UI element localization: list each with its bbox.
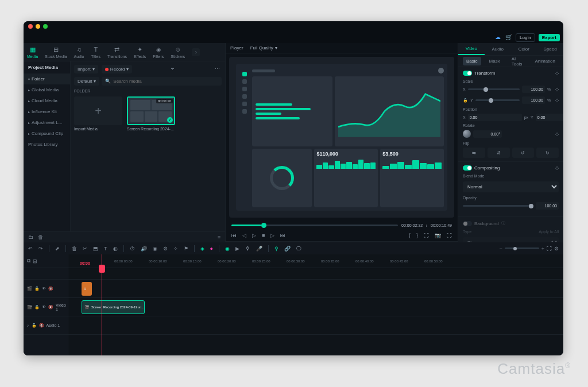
sidebar-global[interactable]: ▸Global Media <box>24 84 70 95</box>
quality-dropdown[interactable]: Full Quality▾ <box>247 44 281 52</box>
rtab-speed[interactable]: Speed <box>537 44 563 55</box>
prev-icon[interactable]: ⏮ <box>231 233 237 238</box>
transform-toggle[interactable] <box>463 71 472 76</box>
opacity-slider[interactable] <box>463 205 533 207</box>
playhead[interactable] <box>102 254 102 355</box>
scrub-knob[interactable] <box>261 223 266 228</box>
background-toggle[interactable] <box>463 221 472 226</box>
recording-thumb[interactable]: 00:00:10 ✓ Screen Recording 2024-09-... <box>127 96 175 131</box>
flip-h-icon[interactable]: ⇋ <box>463 148 485 158</box>
pos-y-input[interactable] <box>536 114 563 121</box>
play-icon[interactable]: ▷ <box>252 233 256 238</box>
sidebar-influence[interactable]: ▸Influence Kit <box>24 106 70 117</box>
lock-icon[interactable]: 🔓 <box>34 287 40 291</box>
mic-icon[interactable]: 🎤 <box>256 246 262 251</box>
sidebar-compound[interactable]: ▸Compound Clip <box>24 128 70 139</box>
time-ruler[interactable]: 00:00 00:00:05:00 00:00:10:00 00:00:15:0… <box>68 254 563 268</box>
scrub-track[interactable] <box>231 225 398 226</box>
link-icon[interactable]: 🔗 <box>284 246 291 251</box>
keyframe-tl-icon[interactable]: ◈ <box>200 246 204 251</box>
crop-tl-icon[interactable]: ⬒ <box>93 246 98 251</box>
scale-x-slider[interactable] <box>468 88 520 90</box>
undo-icon[interactable]: ↶ <box>28 246 33 251</box>
folder-icon[interactable]: 🗀 <box>28 234 33 240</box>
scale-y-slider[interactable] <box>475 99 520 101</box>
zoom-in-icon[interactable]: + <box>541 246 544 251</box>
more-icon[interactable]: ⋯ <box>215 66 222 73</box>
keyframe-icon[interactable]: ◇ <box>555 98 559 103</box>
back-icon[interactable]: ◁ <box>242 233 246 238</box>
keyframe-icon[interactable]: ◇ <box>555 87 559 92</box>
audio-tl-icon[interactable]: 🔊 <box>141 246 147 251</box>
tab-media[interactable]: ▦Media <box>27 45 38 59</box>
play-tl-icon[interactable]: ▶ <box>235 246 239 251</box>
redo-icon[interactable]: ↷ <box>38 246 43 251</box>
search-box[interactable]: 🔍 <box>102 77 222 86</box>
tab-audio[interactable]: ♫Audio <box>74 45 84 59</box>
zoom-slider[interactable] <box>505 247 539 249</box>
sidebar-cloud[interactable]: ▸Cloud Media <box>24 95 70 106</box>
magnet-icon[interactable]: ⚲ <box>274 246 278 251</box>
lock-icon[interactable]: 🔒 <box>463 98 468 103</box>
settings-tl-icon[interactable]: ⚙ <box>554 246 559 251</box>
rtab-video[interactable]: Video <box>458 43 485 55</box>
color-tl-icon[interactable]: ◉ <box>153 246 157 251</box>
eye-icon[interactable]: 👁 <box>42 287 46 291</box>
collapse-icon[interactable]: ⊟ <box>33 258 37 264</box>
adjust-icon[interactable]: ⚙ <box>163 246 168 251</box>
list-view-icon[interactable]: ≡ <box>218 234 220 240</box>
track-a1[interactable] <box>68 316 563 335</box>
rotate-ccw-icon[interactable]: ↺ <box>512 148 535 158</box>
rotate-input[interactable] <box>473 130 502 138</box>
clip-v1[interactable]: 🎬 Screen Recording 2024-09-19 at ... <box>82 300 145 314</box>
bracket-left-icon[interactable]: { <box>409 233 411 238</box>
zoom-out-icon[interactable]: − <box>499 246 502 251</box>
lock-icon[interactable]: 🔓 <box>32 323 37 328</box>
cart-icon[interactable]: 🛒 <box>505 34 512 41</box>
voice-icon[interactable]: 🎙 <box>245 246 250 251</box>
subtab-animation[interactable]: Animation <box>531 57 559 65</box>
sort-dropdown[interactable]: Default▾ <box>74 77 99 86</box>
bracket-right-icon[interactable]: } <box>416 233 418 238</box>
minimize-dot[interactable] <box>36 24 40 29</box>
tab-titles[interactable]: TTitles <box>91 45 100 59</box>
next-icon[interactable]: ⏭ <box>280 233 285 238</box>
rtab-audio[interactable]: Audio <box>485 44 511 55</box>
layers-icon[interactable]: ⧉ <box>27 258 30 264</box>
zoom-dot[interactable] <box>43 24 48 29</box>
scale-x-input[interactable] <box>522 86 545 93</box>
expand-icon[interactable]: ⛶ <box>447 233 452 238</box>
rtab-color[interactable]: Color <box>511 44 537 55</box>
track-v2[interactable]: R <box>68 280 563 298</box>
trash-icon[interactable]: 🗑 <box>38 234 43 240</box>
preview[interactable]: $110,000 $3,500 <box>229 57 454 218</box>
stop-icon[interactable]: ■ <box>262 233 265 238</box>
tab-transitions[interactable]: ⇄Transitions <box>107 45 127 59</box>
mute-icon[interactable]: 🔇 <box>48 287 53 291</box>
subtab-basic[interactable]: Basic <box>463 57 481 65</box>
search-input[interactable] <box>113 79 218 84</box>
apply-all[interactable]: Apply to All <box>539 230 559 234</box>
cloud-icon[interactable]: ☁ <box>495 34 502 41</box>
marker-icon[interactable]: ⚑ <box>184 246 188 251</box>
pos-x-input[interactable] <box>468 114 522 121</box>
subtab-mask[interactable]: Mask <box>486 57 504 65</box>
effects-tl-icon[interactable]: ✧ <box>173 246 178 251</box>
tab-more[interactable]: › <box>192 48 200 56</box>
rotate-cw-icon[interactable]: ↻ <box>536 148 559 158</box>
compositing-toggle[interactable] <box>463 165 472 171</box>
speed-icon[interactable]: ⏱ <box>130 246 135 251</box>
opacity-input[interactable] <box>536 202 559 210</box>
flip-v-icon[interactable]: ⇵ <box>488 148 510 158</box>
tab-stock[interactable]: ⊞Stock Media <box>45 45 67 59</box>
sidebar-photos[interactable]: Photos Library <box>24 139 70 150</box>
filter-icon[interactable]: ⫧ <box>170 66 177 73</box>
subtab-ai[interactable]: AI Tools <box>508 55 527 68</box>
bg-type-select[interactable]: Blur <box>463 237 559 242</box>
mute-icon[interactable]: 🔇 <box>48 305 53 309</box>
fwd-icon[interactable]: ▷ <box>270 233 274 238</box>
rotate-ball[interactable] <box>463 130 471 138</box>
keyframe-icon[interactable]: ◇ <box>555 71 559 76</box>
close-dot[interactable] <box>28 24 33 29</box>
render-icon[interactable]: ◉ <box>225 246 230 251</box>
